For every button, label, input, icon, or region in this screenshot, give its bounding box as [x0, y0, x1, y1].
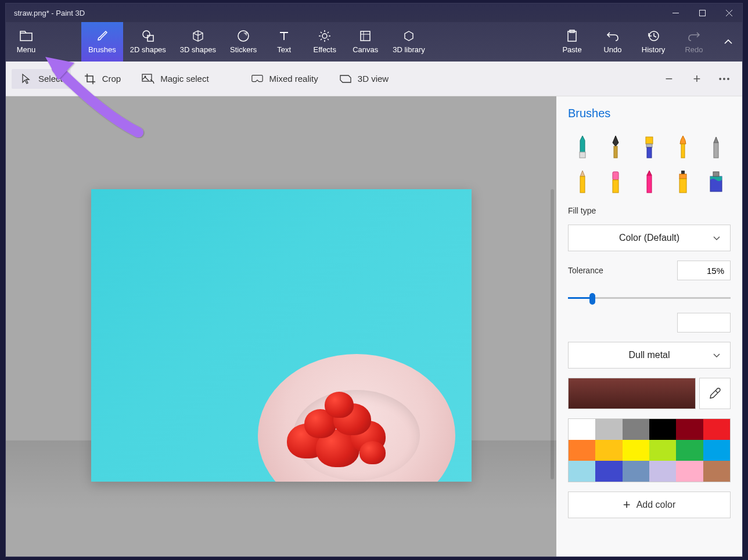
- palette-color[interactable]: [703, 461, 730, 482]
- ribbon: Menu Brushes 2D shapes 3D shapes Sticker…: [6, 22, 742, 62]
- svg-line-15: [328, 32, 329, 33]
- secondary-value-input[interactable]: [677, 313, 731, 333]
- material-dropdown[interactable]: Dull metal: [568, 342, 731, 368]
- brush-spray[interactable]: [668, 168, 697, 197]
- strawberries-graphic: [269, 389, 397, 476]
- brush-oil[interactable]: [635, 133, 664, 162]
- sub-toolbar: Select Crop Magic select Mixed reality 3…: [6, 62, 742, 96]
- redo-icon: [687, 29, 701, 43]
- crop-tool[interactable]: Crop: [75, 69, 130, 89]
- palette-color[interactable]: [623, 461, 649, 482]
- fill-type-dropdown[interactable]: Color (Default): [568, 225, 731, 251]
- canvas-tab[interactable]: Canvas: [345, 22, 386, 62]
- palette-color[interactable]: [595, 419, 622, 440]
- effects-label: Effects: [313, 45, 336, 54]
- vertical-scrollbar[interactable]: [551, 189, 554, 479]
- cursor-icon: [20, 73, 33, 85]
- redo-label: Redo: [685, 45, 703, 54]
- titlebar: straw.png* - Paint 3D: [6, 3, 742, 22]
- svg-point-7: [238, 31, 249, 41]
- brush-eraser[interactable]: [602, 168, 631, 197]
- fill-type-label: Fill type: [568, 206, 731, 215]
- effects-tab[interactable]: Effects: [304, 22, 345, 62]
- palette-color[interactable]: [676, 440, 703, 461]
- brush-watercolor[interactable]: [668, 133, 697, 162]
- paste-label: Paste: [562, 45, 581, 54]
- svg-rect-40: [713, 172, 719, 176]
- minus-icon: −: [666, 71, 673, 86]
- text-label: Text: [277, 45, 291, 54]
- menu-button[interactable]: Menu: [6, 22, 46, 62]
- history-button[interactable]: History: [633, 22, 674, 62]
- magic-select-icon: [142, 73, 154, 85]
- slider-thumb[interactable]: [589, 293, 595, 305]
- 3d-shapes-tab[interactable]: 3D shapes: [173, 22, 223, 62]
- paint3d-window: straw.png* - Paint 3D Menu Brushes 2D sh…: [5, 3, 743, 557]
- shapes-2d-icon: [141, 29, 155, 43]
- current-color-swatch[interactable]: [568, 378, 696, 409]
- brushes-tab[interactable]: Brushes: [81, 22, 123, 62]
- 2d-shapes-tab[interactable]: 2D shapes: [123, 22, 173, 62]
- brush-pixel[interactable]: [702, 133, 731, 162]
- palette-color[interactable]: [649, 461, 676, 482]
- 3d-view-icon: [339, 73, 352, 85]
- palette-color[interactable]: [623, 440, 649, 461]
- current-color-row: [568, 378, 731, 409]
- collapse-ribbon-button[interactable]: [714, 22, 742, 62]
- palette-color[interactable]: [623, 419, 649, 440]
- palette-color[interactable]: [569, 440, 595, 461]
- 3d-library-tab[interactable]: 3D library: [386, 22, 432, 62]
- brush-marker[interactable]: [568, 133, 597, 162]
- palette-color[interactable]: [649, 440, 676, 461]
- palette-color[interactable]: [649, 419, 676, 440]
- brush-fill[interactable]: [702, 168, 731, 197]
- svg-rect-29: [647, 147, 652, 158]
- palette-color[interactable]: [676, 461, 703, 482]
- svg-line-16: [321, 39, 322, 40]
- svg-point-8: [322, 34, 327, 38]
- brush-pencil[interactable]: [568, 168, 597, 197]
- svg-rect-6: [148, 35, 153, 41]
- chevron-down-icon: [713, 233, 721, 243]
- palette-color[interactable]: [595, 461, 622, 482]
- palette-color[interactable]: [703, 440, 730, 461]
- more-button[interactable]: •••: [713, 67, 736, 91]
- eyedropper-button[interactable]: [699, 378, 731, 409]
- color-palette: [568, 418, 731, 482]
- text-tab[interactable]: Text: [264, 22, 304, 62]
- 2d-shapes-label: 2D shapes: [130, 45, 166, 54]
- canvas-label: Canvas: [353, 45, 378, 54]
- svg-rect-33: [613, 172, 618, 180]
- palette-color[interactable]: [676, 419, 703, 440]
- palette-color[interactable]: [595, 440, 622, 461]
- palette-color[interactable]: [569, 461, 595, 482]
- ellipsis-icon: •••: [719, 74, 731, 84]
- menu-label: Menu: [17, 45, 36, 54]
- palette-color[interactable]: [703, 419, 730, 440]
- zoom-out-button[interactable]: −: [657, 67, 681, 91]
- tolerance-label: Tolerance: [568, 266, 603, 275]
- svg-point-5: [143, 31, 150, 38]
- brush-calligraphy[interactable]: [602, 133, 631, 162]
- tolerance-value-input[interactable]: 15%: [677, 261, 731, 280]
- close-button[interactable]: [715, 3, 742, 22]
- zoom-in-button[interactable]: +: [685, 67, 709, 91]
- magic-select-tool[interactable]: Magic select: [134, 69, 217, 89]
- stickers-tab[interactable]: Stickers: [223, 22, 264, 62]
- chevron-down-icon: [713, 350, 721, 360]
- maximize-button[interactable]: [689, 3, 715, 22]
- 3d-library-label: 3D library: [393, 45, 425, 54]
- canvas-viewport[interactable]: [6, 96, 556, 557]
- select-tool[interactable]: Select: [12, 69, 71, 89]
- add-color-button[interactable]: + Add color: [568, 492, 731, 518]
- canvas-image[interactable]: [91, 189, 472, 482]
- mixed-reality-label: Mixed reality: [269, 74, 318, 84]
- mixed-reality-tool[interactable]: Mixed reality: [243, 69, 326, 89]
- tolerance-slider[interactable]: [568, 292, 731, 304]
- undo-button[interactable]: Undo: [592, 22, 633, 62]
- paste-button[interactable]: Paste: [552, 22, 592, 62]
- minimize-button[interactable]: [662, 3, 689, 22]
- palette-color[interactable]: [569, 419, 595, 440]
- brush-crayon[interactable]: [635, 168, 664, 197]
- 3d-view-tool[interactable]: 3D view: [331, 69, 397, 89]
